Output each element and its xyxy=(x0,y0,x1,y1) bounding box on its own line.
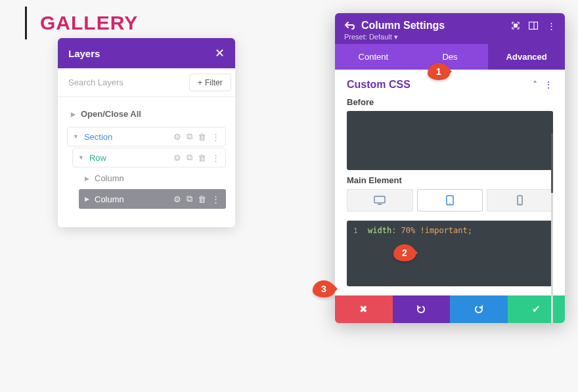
check-icon: ✔ xyxy=(532,303,541,315)
layer-label: Row xyxy=(89,153,106,163)
page-title-text: GALLERY xyxy=(40,12,138,34)
more-icon[interactable]: ⋮ xyxy=(211,194,220,204)
chevron-right-icon: ▶ xyxy=(85,175,89,182)
filter-label: Filter xyxy=(205,78,223,87)
filter-button[interactable]: + Filter xyxy=(189,74,231,91)
settings-titlebar: Column Settings ⋮ Preset: Default ▾ xyxy=(335,13,565,44)
preset-label: Preset: Default xyxy=(344,33,392,41)
layer-actions: ⚙ ⧉ 🗑 ⋮ xyxy=(173,194,220,204)
settings-body: Custom CSS ˄ ⋮ Before Main Element 1 xyxy=(335,70,565,295)
phone-icon xyxy=(517,195,523,206)
more-icon[interactable]: ⋮ xyxy=(544,79,553,90)
layers-title: Layers xyxy=(68,48,100,59)
layer-row[interactable]: ▼ Row ⚙ ⧉ 🗑 ⋮ xyxy=(72,148,226,167)
css-important: !important xyxy=(420,226,468,235)
before-code-input[interactable] xyxy=(347,111,553,170)
more-icon[interactable]: ⋮ xyxy=(211,132,220,142)
layer-column-selected[interactable]: ▶ Column ⚙ ⧉ 🗑 ⋮ xyxy=(79,189,226,209)
code-line: 1 width: 70% !important; xyxy=(353,226,546,235)
device-desktop-button[interactable] xyxy=(347,189,413,211)
more-icon[interactable]: ⋮ xyxy=(211,153,220,163)
gear-icon[interactable]: ⚙ xyxy=(173,132,181,142)
layer-actions: ⚙ ⧉ 🗑 ⋮ xyxy=(173,152,220,163)
layer-actions: ⚙ ⧉ 🗑 ⋮ xyxy=(173,131,220,142)
layers-search-row: + Filter xyxy=(58,68,235,97)
duplicate-icon[interactable]: ⧉ xyxy=(187,194,192,204)
layers-tree: ▶ Open/Close All ▼ Section ⚙ ⧉ 🗑 ⋮ ▼ Row… xyxy=(58,97,235,227)
layers-panel: Layers ✕ + Filter ▶ Open/Close All ▼ Sec… xyxy=(58,38,235,227)
chevron-right-icon: ▶ xyxy=(85,196,89,202)
chevron-down-icon: ▼ xyxy=(73,133,79,140)
svg-point-8 xyxy=(520,203,520,204)
settings-tabs: Content Des Advanced xyxy=(335,44,565,70)
desktop-icon xyxy=(374,196,386,205)
preset-selector[interactable]: Preset: Default ▾ xyxy=(344,33,556,41)
tablet-icon xyxy=(446,195,454,206)
layer-section[interactable]: ▼ Section ⚙ ⧉ 🗑 ⋮ xyxy=(67,127,226,146)
svg-rect-1 xyxy=(529,22,538,30)
chevron-down-icon: ▼ xyxy=(78,154,84,161)
main-element-code-input[interactable]: 1 width: 70% !important; xyxy=(347,221,553,286)
layer-column[interactable]: ▶ Column xyxy=(79,169,226,188)
page-title: GALLERY xyxy=(25,7,138,39)
open-close-label: Open/Close All xyxy=(81,109,141,119)
settings-footer: ✖ ✔ xyxy=(335,295,565,323)
duplicate-icon[interactable]: ⧉ xyxy=(187,152,192,163)
undo-button[interactable] xyxy=(393,295,451,323)
undo-icon xyxy=(416,304,426,315)
callout-1: 1 xyxy=(428,63,450,80)
section-header[interactable]: Custom CSS ˄ ⋮ xyxy=(347,79,553,91)
panel-icon[interactable] xyxy=(529,22,538,30)
callout-3: 3 xyxy=(313,280,335,297)
search-input[interactable] xyxy=(58,68,189,97)
callout-2: 2 xyxy=(393,244,416,261)
device-phone-button[interactable] xyxy=(487,189,553,211)
chevron-up-icon[interactable]: ˄ xyxy=(533,79,537,90)
svg-rect-0 xyxy=(514,24,518,28)
svg-point-6 xyxy=(449,203,451,204)
layers-header: Layers ✕ xyxy=(58,38,235,68)
layer-label: Section xyxy=(84,132,112,142)
scrollbar-thumb[interactable] xyxy=(551,134,553,193)
gear-icon[interactable]: ⚙ xyxy=(173,153,181,163)
main-element-label: Main Element xyxy=(347,175,553,185)
settings-title: Column Settings xyxy=(361,20,445,32)
section-name: Custom CSS xyxy=(347,79,411,91)
back-arrow-icon[interactable] xyxy=(344,20,355,31)
close-icon[interactable]: ✕ xyxy=(215,46,225,60)
close-icon: ✖ xyxy=(359,303,368,315)
layer-label: Column xyxy=(95,194,124,204)
gear-icon[interactable]: ⚙ xyxy=(173,194,181,204)
before-label: Before xyxy=(347,97,553,107)
cancel-button[interactable]: ✖ xyxy=(335,295,393,323)
svg-rect-3 xyxy=(374,196,385,203)
chevron-down-icon: ▾ xyxy=(394,33,398,41)
css-value: 70% xyxy=(401,226,416,235)
trash-icon[interactable]: 🗑 xyxy=(198,153,206,163)
settings-panel: Column Settings ⋮ Preset: Default ▾ Cont… xyxy=(335,13,565,323)
line-number: 1 xyxy=(353,227,361,235)
open-close-all[interactable]: ▶ Open/Close All xyxy=(67,104,226,125)
scrollbar[interactable] xyxy=(551,134,553,323)
duplicate-icon[interactable]: ⧉ xyxy=(187,131,192,142)
trash-icon[interactable]: 🗑 xyxy=(198,132,206,142)
tab-content[interactable]: Content xyxy=(335,44,412,70)
save-button[interactable]: ✔ xyxy=(508,295,566,323)
more-icon[interactable]: ⋮ xyxy=(547,21,556,31)
tab-advanced[interactable]: Advanced xyxy=(488,44,565,70)
plus-icon: + xyxy=(198,78,202,87)
redo-icon xyxy=(474,304,484,315)
chevron-right-icon: ▶ xyxy=(71,111,76,118)
redo-button[interactable] xyxy=(450,295,508,323)
layer-label: Column xyxy=(95,173,124,183)
trash-icon[interactable]: 🗑 xyxy=(198,194,206,204)
device-tablet-button[interactable] xyxy=(417,189,483,211)
expand-icon[interactable] xyxy=(512,22,520,30)
css-colon: : xyxy=(391,226,396,235)
css-semicolon: ; xyxy=(468,226,472,235)
tab-design[interactable]: Des xyxy=(412,44,489,70)
css-property: width xyxy=(368,226,391,235)
device-selector xyxy=(347,189,553,211)
